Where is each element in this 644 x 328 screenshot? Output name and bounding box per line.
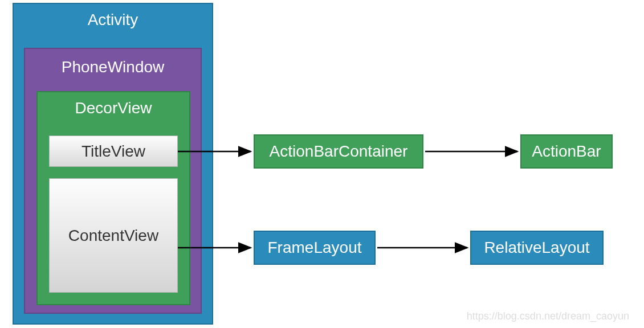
arrows-layer [0,0,644,328]
